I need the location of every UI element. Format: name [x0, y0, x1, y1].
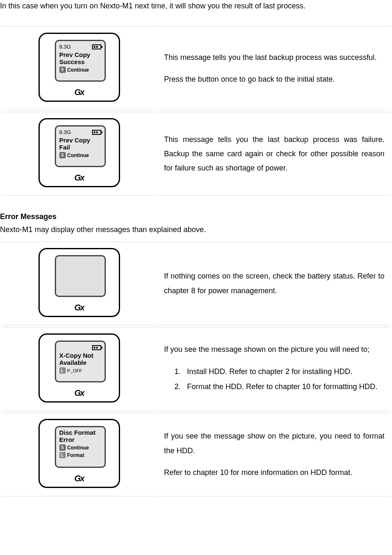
battery-icon — [92, 44, 101, 49]
l-button-label: P_OFF — [67, 368, 82, 373]
instruction-list: Install HDD. Refer to chapter 2 for inst… — [183, 364, 384, 394]
screen-line2: Error — [59, 436, 101, 443]
screen-line1: Disc Format — [59, 429, 101, 436]
device-illustration: Disc Format Error SContinue LFormat Gx — [38, 419, 120, 488]
intro-text: In this case when you turn on Nexto-M1 n… — [0, 0, 392, 12]
device-screen: 9.3G Prev Copy Success SContinue — [55, 40, 106, 82]
screen-line1: X-Copy Not — [59, 352, 101, 359]
screen-line1: Prev Copy — [59, 51, 101, 58]
description-cell: This message tells you the last backup p… — [158, 26, 390, 110]
description-para: This message tells you the last backup p… — [164, 132, 384, 176]
device-screen: 9.3G Prev Copy Fail SContinue — [55, 125, 106, 167]
s-button-label: Continue — [67, 152, 89, 158]
screen-line2: Available — [59, 359, 101, 366]
description-cell: If you see the message shown on the pict… — [158, 327, 390, 411]
device-image-cell: 9.3G Prev Copy Fail SContinue Gx — [2, 112, 156, 196]
list-item: Install HDD. Refer to chapter 2 for inst… — [183, 364, 384, 379]
table-prev-copy: 9.3G Prev Copy Success SContinue Gx This… — [0, 25, 392, 197]
s-button-icon: S — [59, 152, 66, 158]
capacity-label: 9.3G — [59, 129, 71, 135]
section-heading: Error Messages — [0, 212, 392, 221]
table-error-messages: Gx If nothing comes on the screen, check… — [0, 240, 392, 498]
description-para: This message tells you the last backup p… — [164, 50, 384, 65]
device-screen: X-Copy Not Available LP_OFF — [55, 341, 106, 382]
device-illustration: 9.3G Prev Copy Fail SContinue Gx — [38, 118, 120, 187]
description-cell: If nothing comes on the screen, check th… — [158, 242, 390, 325]
table-row: 9.3G Prev Copy Fail SContinue Gx This me… — [2, 112, 390, 196]
screen-line1: Prev Copy — [59, 137, 101, 144]
l-button-label: Format — [67, 452, 85, 458]
l-button-icon: L — [59, 452, 66, 458]
description-para: Refer to chapter 10 for more information… — [164, 465, 384, 480]
battery-icon — [92, 345, 101, 350]
description-para: If nothing comes on the screen, check th… — [164, 269, 384, 297]
device-image-cell: Disc Format Error SContinue LFormat Gx — [2, 413, 156, 496]
device-illustration: 9.3G Prev Copy Success SContinue Gx — [38, 33, 120, 102]
capacity-label: 9.3G — [59, 44, 71, 50]
description-para: Press the button once to go back to the … — [164, 72, 384, 86]
description-lead: If you see the message shown on the pict… — [164, 342, 384, 356]
device-screen-blank — [55, 255, 106, 297]
screen-line2: Success — [59, 58, 101, 65]
table-row: Gx If nothing comes on the screen, check… — [2, 242, 390, 325]
section-text: Nexto-M1 may display other messages than… — [0, 224, 392, 236]
brand-logo: Gx — [74, 88, 84, 97]
table-row: 9.3G Prev Copy Success SContinue Gx This… — [2, 26, 390, 110]
device-screen: Disc Format Error SContinue LFormat — [55, 426, 106, 468]
battery-icon — [92, 130, 101, 135]
device-illustration: Gx — [38, 248, 120, 317]
s-button-icon: S — [59, 67, 66, 73]
table-row: X-Copy Not Available LP_OFF Gx If you se… — [2, 327, 390, 411]
list-item: Format the HDD. Refer to chapter 10 for … — [183, 379, 384, 394]
s-button-icon: S — [59, 444, 66, 451]
l-button-icon: L — [59, 367, 66, 374]
s-button-label: Continue — [67, 445, 89, 451]
brand-logo: Gx — [74, 303, 84, 312]
description-cell: If you see the message show on the pictu… — [158, 413, 390, 496]
description-cell: This message tells you the last backup p… — [158, 112, 390, 196]
device-image-cell: 9.3G Prev Copy Success SContinue Gx — [2, 26, 156, 110]
device-illustration: X-Copy Not Available LP_OFF Gx — [38, 333, 120, 403]
description-para: If you see the message show on the pictu… — [164, 429, 384, 457]
brand-logo: Gx — [74, 474, 84, 483]
device-image-cell: X-Copy Not Available LP_OFF Gx — [2, 327, 156, 411]
screen-line2: Fail — [59, 144, 101, 151]
brand-logo: Gx — [74, 388, 84, 398]
s-button-label: Continue — [67, 67, 89, 73]
brand-logo: Gx — [74, 173, 84, 183]
table-row: Disc Format Error SContinue LFormat Gx I… — [2, 413, 390, 496]
device-image-cell: Gx — [2, 242, 156, 325]
